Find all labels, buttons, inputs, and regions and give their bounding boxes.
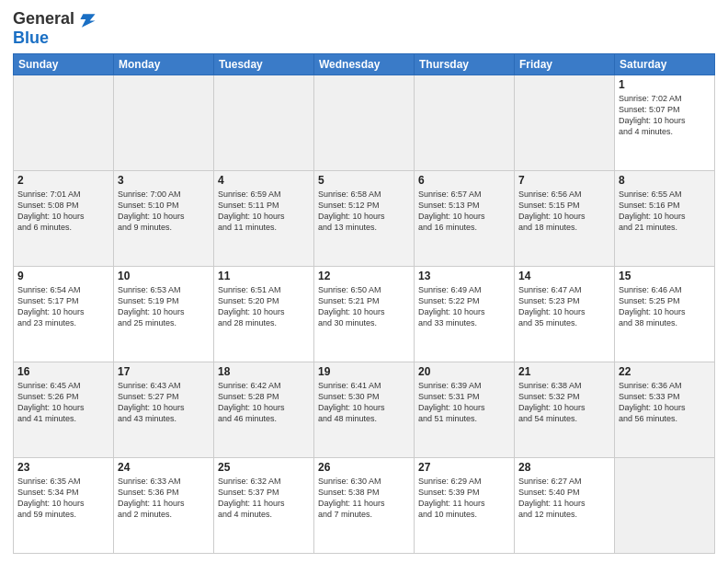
week-row-2: 2Sunrise: 7:01 AM Sunset: 5:08 PM Daylig… <box>14 170 715 266</box>
day-cell: 18Sunrise: 6:42 AM Sunset: 5:28 PM Dayli… <box>214 362 314 457</box>
day-cell <box>214 75 314 170</box>
day-number: 28 <box>518 461 610 474</box>
weekday-header-row: SundayMondayTuesdayWednesdayThursdayFrid… <box>14 53 715 75</box>
day-info: Sunrise: 6:43 AM Sunset: 5:27 PM Dayligh… <box>118 380 210 425</box>
day-number: 8 <box>619 174 711 187</box>
day-number: 22 <box>619 365 711 378</box>
day-cell: 11Sunrise: 6:51 AM Sunset: 5:20 PM Dayli… <box>214 266 314 362</box>
day-number: 1 <box>619 78 711 91</box>
day-cell: 12Sunrise: 6:50 AM Sunset: 5:21 PM Dayli… <box>314 266 415 362</box>
logo-text2: Blue <box>13 29 97 48</box>
day-cell <box>515 75 615 170</box>
day-info: Sunrise: 6:39 AM Sunset: 5:31 PM Dayligh… <box>418 380 510 425</box>
day-cell: 16Sunrise: 6:45 AM Sunset: 5:26 PM Dayli… <box>14 362 114 457</box>
day-info: Sunrise: 6:41 AM Sunset: 5:30 PM Dayligh… <box>318 380 410 425</box>
day-cell: 13Sunrise: 6:49 AM Sunset: 5:22 PM Dayli… <box>415 266 515 362</box>
day-number: 7 <box>518 174 610 187</box>
day-info: Sunrise: 6:56 AM Sunset: 5:15 PM Dayligh… <box>518 189 610 234</box>
day-info: Sunrise: 7:01 AM Sunset: 5:08 PM Dayligh… <box>17 189 109 234</box>
day-cell: 3Sunrise: 7:00 AM Sunset: 5:10 PM Daylig… <box>114 170 214 266</box>
day-info: Sunrise: 6:49 AM Sunset: 5:22 PM Dayligh… <box>418 284 510 329</box>
day-cell: 23Sunrise: 6:35 AM Sunset: 5:34 PM Dayli… <box>14 457 114 553</box>
day-cell: 8Sunrise: 6:55 AM Sunset: 5:16 PM Daylig… <box>615 170 715 266</box>
day-cell: 17Sunrise: 6:43 AM Sunset: 5:27 PM Dayli… <box>114 362 214 457</box>
header: General Blue <box>13 9 715 48</box>
day-info: Sunrise: 7:02 AM Sunset: 5:07 PM Dayligh… <box>619 93 711 138</box>
day-cell: 9Sunrise: 6:54 AM Sunset: 5:17 PM Daylig… <box>14 266 114 362</box>
page: General Blue SundayMondayTuesdayWednesda… <box>0 0 728 563</box>
day-info: Sunrise: 6:47 AM Sunset: 5:23 PM Dayligh… <box>518 284 610 329</box>
day-cell: 7Sunrise: 6:56 AM Sunset: 5:15 PM Daylig… <box>515 170 615 266</box>
day-number: 21 <box>518 365 610 378</box>
day-info: Sunrise: 6:46 AM Sunset: 5:25 PM Dayligh… <box>619 284 711 329</box>
week-row-5: 23Sunrise: 6:35 AM Sunset: 5:34 PM Dayli… <box>14 457 715 553</box>
day-cell: 5Sunrise: 6:58 AM Sunset: 5:12 PM Daylig… <box>314 170 415 266</box>
day-cell: 2Sunrise: 7:01 AM Sunset: 5:08 PM Daylig… <box>14 170 114 266</box>
weekday-monday: Monday <box>114 53 214 75</box>
day-info: Sunrise: 7:00 AM Sunset: 5:10 PM Dayligh… <box>118 189 210 234</box>
day-cell: 27Sunrise: 6:29 AM Sunset: 5:39 PM Dayli… <box>415 457 515 553</box>
logo-icon <box>76 9 97 29</box>
day-info: Sunrise: 6:38 AM Sunset: 5:32 PM Dayligh… <box>518 380 610 425</box>
day-number: 20 <box>418 365 510 378</box>
day-cell: 22Sunrise: 6:36 AM Sunset: 5:33 PM Dayli… <box>615 362 715 457</box>
day-number: 14 <box>518 270 610 282</box>
day-number: 5 <box>318 174 410 187</box>
day-number: 6 <box>418 174 510 187</box>
day-cell: 1Sunrise: 7:02 AM Sunset: 5:07 PM Daylig… <box>615 75 715 170</box>
day-number: 3 <box>118 174 210 187</box>
day-cell: 10Sunrise: 6:53 AM Sunset: 5:19 PM Dayli… <box>114 266 214 362</box>
weekday-saturday: Saturday <box>615 53 715 75</box>
day-info: Sunrise: 6:50 AM Sunset: 5:21 PM Dayligh… <box>318 284 410 329</box>
day-info: Sunrise: 6:59 AM Sunset: 5:11 PM Dayligh… <box>218 189 310 234</box>
week-row-1: 1Sunrise: 7:02 AM Sunset: 5:07 PM Daylig… <box>14 75 715 170</box>
weekday-tuesday: Tuesday <box>214 53 314 75</box>
day-number: 27 <box>418 461 510 474</box>
logo-text: General <box>13 10 74 29</box>
day-cell: 19Sunrise: 6:41 AM Sunset: 5:30 PM Dayli… <box>314 362 415 457</box>
day-info: Sunrise: 6:35 AM Sunset: 5:34 PM Dayligh… <box>17 476 109 521</box>
day-info: Sunrise: 6:58 AM Sunset: 5:12 PM Dayligh… <box>318 189 410 234</box>
day-number: 23 <box>17 461 109 474</box>
day-cell: 14Sunrise: 6:47 AM Sunset: 5:23 PM Dayli… <box>515 266 615 362</box>
day-number: 18 <box>218 365 310 378</box>
day-cell: 6Sunrise: 6:57 AM Sunset: 5:13 PM Daylig… <box>415 170 515 266</box>
day-info: Sunrise: 6:29 AM Sunset: 5:39 PM Dayligh… <box>418 476 510 521</box>
day-number: 24 <box>118 461 210 474</box>
day-number: 26 <box>318 461 410 474</box>
calendar: SundayMondayTuesdayWednesdayThursdayFrid… <box>13 53 715 554</box>
day-cell <box>114 75 214 170</box>
day-cell <box>314 75 415 170</box>
day-number: 15 <box>619 270 711 282</box>
day-cell: 28Sunrise: 6:27 AM Sunset: 5:40 PM Dayli… <box>515 457 615 553</box>
day-number: 16 <box>17 365 109 378</box>
day-cell: 21Sunrise: 6:38 AM Sunset: 5:32 PM Dayli… <box>515 362 615 457</box>
day-number: 13 <box>418 270 510 282</box>
logo: General Blue <box>13 9 97 48</box>
day-number: 12 <box>318 270 410 282</box>
day-info: Sunrise: 6:33 AM Sunset: 5:36 PM Dayligh… <box>118 476 210 521</box>
day-info: Sunrise: 6:54 AM Sunset: 5:17 PM Dayligh… <box>17 284 109 329</box>
weekday-thursday: Thursday <box>415 53 515 75</box>
day-cell: 20Sunrise: 6:39 AM Sunset: 5:31 PM Dayli… <box>415 362 515 457</box>
day-number: 19 <box>318 365 410 378</box>
week-row-3: 9Sunrise: 6:54 AM Sunset: 5:17 PM Daylig… <box>14 266 715 362</box>
weekday-sunday: Sunday <box>14 53 114 75</box>
day-info: Sunrise: 6:45 AM Sunset: 5:26 PM Dayligh… <box>17 380 109 425</box>
day-cell: 25Sunrise: 6:32 AM Sunset: 5:37 PM Dayli… <box>214 457 314 553</box>
day-info: Sunrise: 6:42 AM Sunset: 5:28 PM Dayligh… <box>218 380 310 425</box>
day-cell: 26Sunrise: 6:30 AM Sunset: 5:38 PM Dayli… <box>314 457 415 553</box>
day-number: 25 <box>218 461 310 474</box>
day-info: Sunrise: 6:32 AM Sunset: 5:37 PM Dayligh… <box>218 476 310 521</box>
day-info: Sunrise: 6:53 AM Sunset: 5:19 PM Dayligh… <box>118 284 210 329</box>
day-info: Sunrise: 6:27 AM Sunset: 5:40 PM Dayligh… <box>518 476 610 521</box>
weekday-wednesday: Wednesday <box>314 53 415 75</box>
day-info: Sunrise: 6:57 AM Sunset: 5:13 PM Dayligh… <box>418 189 510 234</box>
day-number: 11 <box>218 270 310 282</box>
day-info: Sunrise: 6:30 AM Sunset: 5:38 PM Dayligh… <box>318 476 410 521</box>
day-cell: 24Sunrise: 6:33 AM Sunset: 5:36 PM Dayli… <box>114 457 214 553</box>
day-cell <box>415 75 515 170</box>
day-number: 2 <box>17 174 109 187</box>
svg-marker-0 <box>80 14 95 28</box>
day-cell: 15Sunrise: 6:46 AM Sunset: 5:25 PM Dayli… <box>615 266 715 362</box>
